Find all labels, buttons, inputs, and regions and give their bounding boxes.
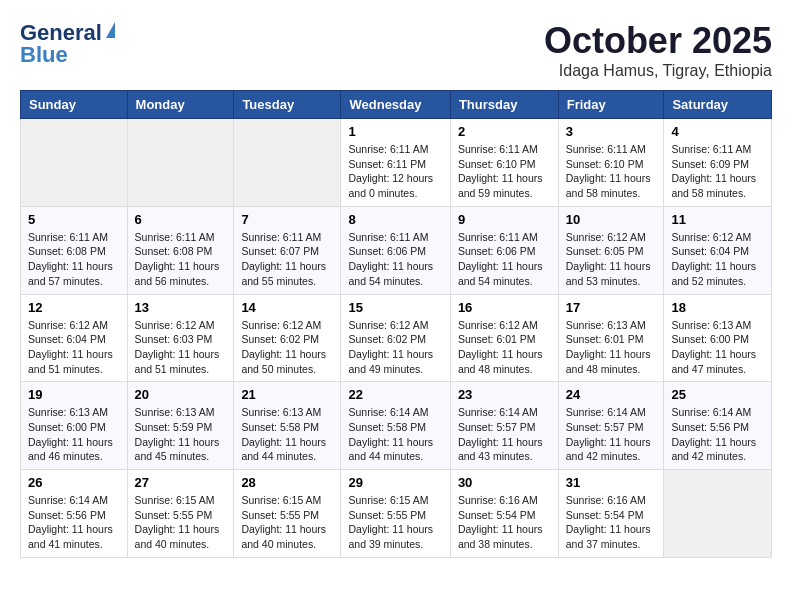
day-number: 3 [566, 124, 657, 139]
day-info: Sunrise: 6:11 AM Sunset: 6:06 PM Dayligh… [348, 230, 442, 289]
day-header-wednesday: Wednesday [341, 91, 450, 119]
day-info: Sunrise: 6:11 AM Sunset: 6:08 PM Dayligh… [135, 230, 227, 289]
day-info: Sunrise: 6:13 AM Sunset: 5:58 PM Dayligh… [241, 405, 333, 464]
day-info: Sunrise: 6:11 AM Sunset: 6:10 PM Dayligh… [458, 142, 551, 201]
day-number: 13 [135, 300, 227, 315]
calendar-cell: 26Sunrise: 6:14 AM Sunset: 5:56 PM Dayli… [21, 470, 128, 558]
day-info: Sunrise: 6:15 AM Sunset: 5:55 PM Dayligh… [348, 493, 442, 552]
calendar-cell: 17Sunrise: 6:13 AM Sunset: 6:01 PM Dayli… [558, 294, 664, 382]
calendar-week-row: 12Sunrise: 6:12 AM Sunset: 6:04 PM Dayli… [21, 294, 772, 382]
calendar-week-row: 5Sunrise: 6:11 AM Sunset: 6:08 PM Daylig… [21, 206, 772, 294]
day-info: Sunrise: 6:12 AM Sunset: 6:01 PM Dayligh… [458, 318, 551, 377]
day-number: 7 [241, 212, 333, 227]
day-info: Sunrise: 6:15 AM Sunset: 5:55 PM Dayligh… [135, 493, 227, 552]
day-info: Sunrise: 6:11 AM Sunset: 6:07 PM Dayligh… [241, 230, 333, 289]
day-number: 28 [241, 475, 333, 490]
day-header-thursday: Thursday [450, 91, 558, 119]
day-info: Sunrise: 6:13 AM Sunset: 6:00 PM Dayligh… [28, 405, 120, 464]
day-info: Sunrise: 6:16 AM Sunset: 5:54 PM Dayligh… [566, 493, 657, 552]
calendar-cell: 21Sunrise: 6:13 AM Sunset: 5:58 PM Dayli… [234, 382, 341, 470]
calendar-cell: 19Sunrise: 6:13 AM Sunset: 6:00 PM Dayli… [21, 382, 128, 470]
day-number: 25 [671, 387, 764, 402]
day-number: 8 [348, 212, 442, 227]
day-number: 5 [28, 212, 120, 227]
day-header-tuesday: Tuesday [234, 91, 341, 119]
day-number: 26 [28, 475, 120, 490]
day-info: Sunrise: 6:12 AM Sunset: 6:05 PM Dayligh… [566, 230, 657, 289]
logo-text-block: General Blue [20, 20, 115, 68]
calendar-table: SundayMondayTuesdayWednesdayThursdayFrid… [20, 90, 772, 558]
calendar-cell: 22Sunrise: 6:14 AM Sunset: 5:58 PM Dayli… [341, 382, 450, 470]
day-info: Sunrise: 6:12 AM Sunset: 6:04 PM Dayligh… [28, 318, 120, 377]
day-number: 31 [566, 475, 657, 490]
day-number: 16 [458, 300, 551, 315]
day-info: Sunrise: 6:14 AM Sunset: 5:57 PM Dayligh… [566, 405, 657, 464]
calendar-cell: 8Sunrise: 6:11 AM Sunset: 6:06 PM Daylig… [341, 206, 450, 294]
day-info: Sunrise: 6:14 AM Sunset: 5:56 PM Dayligh… [671, 405, 764, 464]
day-info: Sunrise: 6:11 AM Sunset: 6:11 PM Dayligh… [348, 142, 442, 201]
day-header-friday: Friday [558, 91, 664, 119]
day-info: Sunrise: 6:12 AM Sunset: 6:02 PM Dayligh… [241, 318, 333, 377]
calendar-cell: 31Sunrise: 6:16 AM Sunset: 5:54 PM Dayli… [558, 470, 664, 558]
calendar-week-row: 1Sunrise: 6:11 AM Sunset: 6:11 PM Daylig… [21, 119, 772, 207]
calendar-cell [21, 119, 128, 207]
calendar-cell: 14Sunrise: 6:12 AM Sunset: 6:02 PM Dayli… [234, 294, 341, 382]
calendar-cell: 12Sunrise: 6:12 AM Sunset: 6:04 PM Dayli… [21, 294, 128, 382]
title-section: October 2025 Idaga Hamus, Tigray, Ethiop… [544, 20, 772, 80]
calendar-cell: 23Sunrise: 6:14 AM Sunset: 5:57 PM Dayli… [450, 382, 558, 470]
day-info: Sunrise: 6:12 AM Sunset: 6:02 PM Dayligh… [348, 318, 442, 377]
day-info: Sunrise: 6:16 AM Sunset: 5:54 PM Dayligh… [458, 493, 551, 552]
day-number: 18 [671, 300, 764, 315]
day-info: Sunrise: 6:14 AM Sunset: 5:57 PM Dayligh… [458, 405, 551, 464]
day-number: 12 [28, 300, 120, 315]
calendar-cell: 11Sunrise: 6:12 AM Sunset: 6:04 PM Dayli… [664, 206, 772, 294]
day-number: 15 [348, 300, 442, 315]
calendar-cell: 25Sunrise: 6:14 AM Sunset: 5:56 PM Dayli… [664, 382, 772, 470]
day-info: Sunrise: 6:13 AM Sunset: 6:00 PM Dayligh… [671, 318, 764, 377]
day-number: 30 [458, 475, 551, 490]
day-info: Sunrise: 6:14 AM Sunset: 5:58 PM Dayligh… [348, 405, 442, 464]
month-title: October 2025 [544, 20, 772, 62]
calendar-cell [664, 470, 772, 558]
day-info: Sunrise: 6:11 AM Sunset: 6:06 PM Dayligh… [458, 230, 551, 289]
location-title: Idaga Hamus, Tigray, Ethiopia [544, 62, 772, 80]
day-number: 24 [566, 387, 657, 402]
calendar-cell: 15Sunrise: 6:12 AM Sunset: 6:02 PM Dayli… [341, 294, 450, 382]
calendar-cell [234, 119, 341, 207]
calendar-cell: 30Sunrise: 6:16 AM Sunset: 5:54 PM Dayli… [450, 470, 558, 558]
day-number: 29 [348, 475, 442, 490]
day-number: 11 [671, 212, 764, 227]
calendar-cell: 7Sunrise: 6:11 AM Sunset: 6:07 PM Daylig… [234, 206, 341, 294]
calendar-cell: 6Sunrise: 6:11 AM Sunset: 6:08 PM Daylig… [127, 206, 234, 294]
day-number: 19 [28, 387, 120, 402]
day-number: 22 [348, 387, 442, 402]
day-info: Sunrise: 6:11 AM Sunset: 6:08 PM Dayligh… [28, 230, 120, 289]
day-number: 20 [135, 387, 227, 402]
calendar-cell: 9Sunrise: 6:11 AM Sunset: 6:06 PM Daylig… [450, 206, 558, 294]
day-info: Sunrise: 6:13 AM Sunset: 5:59 PM Dayligh… [135, 405, 227, 464]
day-number: 4 [671, 124, 764, 139]
logo-triangle-icon [106, 22, 115, 38]
calendar-cell: 18Sunrise: 6:13 AM Sunset: 6:00 PM Dayli… [664, 294, 772, 382]
day-info: Sunrise: 6:12 AM Sunset: 6:03 PM Dayligh… [135, 318, 227, 377]
calendar-week-row: 19Sunrise: 6:13 AM Sunset: 6:00 PM Dayli… [21, 382, 772, 470]
day-header-sunday: Sunday [21, 91, 128, 119]
calendar-cell: 20Sunrise: 6:13 AM Sunset: 5:59 PM Dayli… [127, 382, 234, 470]
day-info: Sunrise: 6:12 AM Sunset: 6:04 PM Dayligh… [671, 230, 764, 289]
calendar-cell: 28Sunrise: 6:15 AM Sunset: 5:55 PM Dayli… [234, 470, 341, 558]
day-number: 10 [566, 212, 657, 227]
day-number: 1 [348, 124, 442, 139]
logo: General Blue [20, 20, 115, 68]
day-number: 14 [241, 300, 333, 315]
calendar-cell: 24Sunrise: 6:14 AM Sunset: 5:57 PM Dayli… [558, 382, 664, 470]
calendar-cell: 4Sunrise: 6:11 AM Sunset: 6:09 PM Daylig… [664, 119, 772, 207]
calendar-header-row: SundayMondayTuesdayWednesdayThursdayFrid… [21, 91, 772, 119]
calendar-cell: 10Sunrise: 6:12 AM Sunset: 6:05 PM Dayli… [558, 206, 664, 294]
calendar-cell: 27Sunrise: 6:15 AM Sunset: 5:55 PM Dayli… [127, 470, 234, 558]
day-number: 9 [458, 212, 551, 227]
calendar-cell: 13Sunrise: 6:12 AM Sunset: 6:03 PM Dayli… [127, 294, 234, 382]
page-header: General Blue October 2025 Idaga Hamus, T… [20, 20, 772, 80]
day-number: 2 [458, 124, 551, 139]
day-number: 23 [458, 387, 551, 402]
calendar-cell: 5Sunrise: 6:11 AM Sunset: 6:08 PM Daylig… [21, 206, 128, 294]
